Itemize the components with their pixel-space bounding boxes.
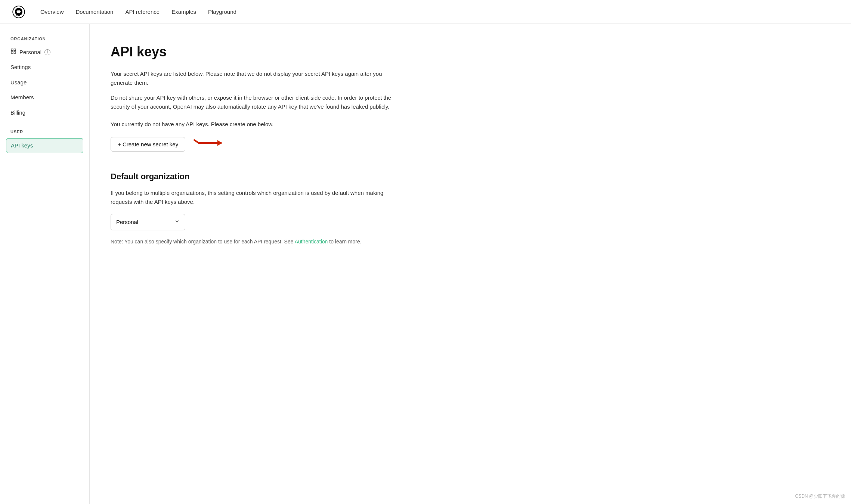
org-select[interactable]: Personal bbox=[111, 214, 185, 231]
org-select-value: Personal bbox=[116, 218, 138, 227]
nav-item-overview[interactable]: Overview bbox=[40, 7, 64, 16]
sidebar-item-usage[interactable]: Usage bbox=[6, 75, 83, 90]
svg-rect-3 bbox=[11, 52, 13, 53]
svg-rect-2 bbox=[14, 49, 16, 51]
default-org-title: Default organization bbox=[111, 170, 427, 183]
personal-label: Personal bbox=[19, 48, 41, 57]
logo[interactable] bbox=[12, 5, 25, 19]
description-2: Do not share your API key with others, o… bbox=[111, 93, 402, 111]
sidebar-item-settings[interactable]: Settings bbox=[6, 60, 83, 75]
watermark: CSDN @少阳下飞奔的猱 bbox=[795, 493, 845, 500]
note-text: Note: You can also specify which organiz… bbox=[111, 238, 402, 246]
user-section-label: USER bbox=[6, 129, 83, 135]
building-icon bbox=[10, 48, 16, 57]
nav-item-examples[interactable]: Examples bbox=[171, 7, 196, 16]
nav-item-documentation[interactable]: Documentation bbox=[76, 7, 114, 16]
description-1: Your secret API keys are listed below. P… bbox=[111, 69, 402, 87]
page-title: API keys bbox=[111, 42, 427, 62]
nav-links: Overview Documentation API reference Exa… bbox=[40, 7, 236, 16]
main-content: API keys Your secret API keys are listed… bbox=[90, 24, 448, 504]
svg-marker-5 bbox=[217, 140, 222, 146]
svg-rect-1 bbox=[11, 49, 13, 51]
sidebar: ORGANIZATION Personal i Settings Usage M… bbox=[0, 24, 90, 504]
arrow-annotation bbox=[191, 136, 225, 152]
sidebar-item-members[interactable]: Members bbox=[6, 90, 83, 105]
authentication-link[interactable]: Authentication bbox=[295, 239, 328, 245]
page-layout: ORGANIZATION Personal i Settings Usage M… bbox=[0, 24, 851, 504]
nav-item-api-reference[interactable]: API reference bbox=[125, 7, 160, 16]
nav-item-playground[interactable]: Playground bbox=[208, 7, 236, 16]
top-nav: Overview Documentation API reference Exa… bbox=[0, 0, 851, 24]
sidebar-item-personal[interactable]: Personal i bbox=[6, 45, 83, 60]
sidebar-item-api-keys[interactable]: API keys bbox=[6, 138, 83, 153]
svg-rect-4 bbox=[14, 52, 16, 53]
info-icon[interactable]: i bbox=[44, 49, 50, 55]
no-keys-text: You currently do not have any API keys. … bbox=[111, 120, 427, 129]
chevron-down-icon bbox=[174, 218, 180, 227]
org-section-label: ORGANIZATION bbox=[6, 36, 83, 42]
create-secret-key-button[interactable]: + Create new secret key bbox=[111, 137, 185, 152]
org-description: If you belong to multiple organizations,… bbox=[111, 189, 402, 206]
sidebar-item-billing[interactable]: Billing bbox=[6, 106, 83, 120]
create-key-row: + Create new secret key bbox=[111, 136, 427, 152]
